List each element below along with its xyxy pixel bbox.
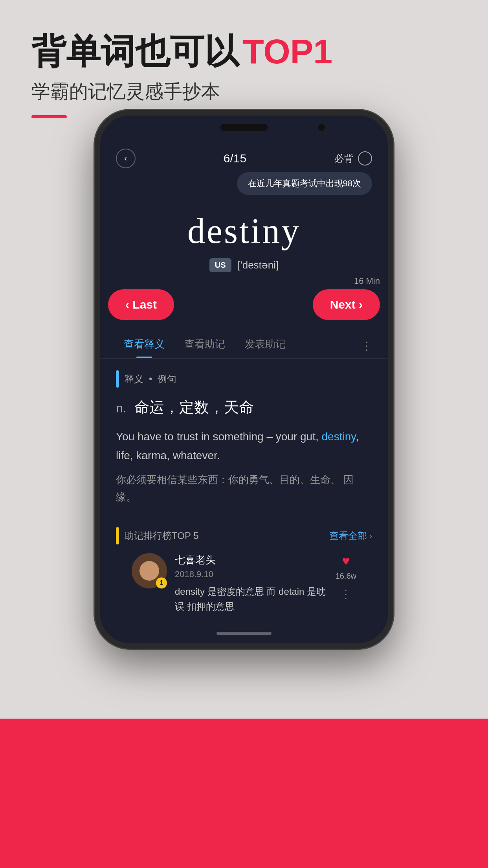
mnemonic-bar bbox=[116, 527, 119, 544]
page-counter: 6/15 bbox=[224, 152, 246, 165]
word-section: destiny US ['destəni] bbox=[100, 199, 388, 276]
highlight-word: destiny bbox=[322, 430, 356, 443]
power-button bbox=[390, 194, 393, 226]
definition-bar bbox=[116, 370, 119, 388]
mute-button bbox=[95, 178, 98, 200]
tab-bar: 查看释义 查看助记 发表助记 ⋮ bbox=[100, 328, 388, 359]
phone-home-bar bbox=[100, 623, 388, 643]
volume-down-button bbox=[95, 257, 98, 296]
speaker bbox=[220, 124, 268, 131]
user-card: 1 七喜老头 2018.9.10 density 是密度的意思 而 detain… bbox=[116, 553, 372, 614]
example-chinese: 你必须要相信某些东西：你的勇气、目的、生命、 因缘。 bbox=[116, 471, 372, 506]
chevron-right-icon: › bbox=[369, 531, 372, 540]
nav-row: ‹ 6/15 必背 bbox=[100, 139, 388, 172]
last-button[interactable]: ‹ Last bbox=[108, 289, 174, 320]
user-info: 七喜老头 2018.9.10 density 是密度的意思 而 detain 是… bbox=[175, 553, 328, 614]
definition-text: n. 命运，定数，天命 bbox=[116, 396, 372, 419]
volume-up-button bbox=[95, 210, 98, 249]
title-part1: 背单词也可以 bbox=[31, 31, 239, 71]
title-highlight: TOP1 bbox=[243, 31, 332, 71]
must-learn-toggle[interactable]: 必背 bbox=[334, 151, 372, 166]
username: 七喜老头 bbox=[175, 553, 328, 567]
navigation-buttons: 16 Min ‹ Last Next › bbox=[100, 276, 388, 328]
pronunciation-text: ['destəni] bbox=[238, 259, 279, 271]
rank-badge: 1 bbox=[156, 577, 167, 588]
mnemonic-left: 助记排行榜TOP 5 bbox=[116, 527, 198, 544]
definition-section: 释义 • 例句 n. 命运，定数，天命 You have to trust in… bbox=[100, 359, 388, 518]
mnemonic-title: 助记排行榜TOP 5 bbox=[125, 530, 198, 542]
definition-title: 释义 bbox=[125, 373, 143, 385]
post-date: 2018.9.10 bbox=[175, 569, 328, 579]
tab-more-button[interactable]: ⋮ bbox=[361, 339, 372, 352]
part-of-speech: n. bbox=[116, 401, 127, 415]
like-button[interactable]: ♥ bbox=[342, 553, 350, 568]
user-actions: ♥ 16.6w ⋮ bbox=[336, 553, 356, 601]
post-content: density 是密度的意思 而 detain 是耽误 扣押的意思 bbox=[175, 584, 328, 614]
phone-screen: ‹ 6/15 必背 在近几年真题考试中出现98次 destiny US ['de… bbox=[100, 139, 388, 643]
avatar-wrapper: 1 bbox=[132, 553, 167, 588]
next-button[interactable]: Next › bbox=[313, 289, 380, 320]
subtitle: 学霸的记忆灵感手抄本 bbox=[31, 79, 332, 104]
tooltip-bubble: 在近几年真题考试中出现98次 bbox=[237, 172, 372, 195]
home-indicator bbox=[216, 632, 272, 635]
likes-count: 16.6w bbox=[336, 572, 356, 581]
must-learn-circle bbox=[358, 151, 372, 166]
definition-dot: • bbox=[149, 373, 152, 384]
view-all-button[interactable]: 查看全部 › bbox=[329, 530, 372, 542]
definition-meanings: 命运，定数，天命 bbox=[134, 399, 254, 416]
tab-mnemonic[interactable]: 查看助记 bbox=[176, 333, 233, 358]
example-english: You have to trust in something – your gu… bbox=[116, 427, 372, 465]
phone-notch bbox=[100, 116, 388, 139]
mnemonic-header: 助记排行榜TOP 5 查看全部 › bbox=[116, 527, 372, 544]
main-title: 背单词也可以 TOP1 bbox=[31, 31, 332, 71]
pronunciation-badge: US bbox=[209, 258, 231, 272]
definition-header: 释义 • 例句 bbox=[116, 370, 372, 388]
phone-frame: ‹ 6/15 必背 在近几年真题考试中出现98次 destiny US ['de… bbox=[95, 110, 393, 649]
tab-post-mnemonic[interactable]: 发表助记 bbox=[237, 333, 294, 358]
time-label: 16 Min bbox=[354, 276, 380, 286]
phone-wrapper: ‹ 6/15 必背 在近几年真题考试中出现98次 destiny US ['de… bbox=[95, 110, 393, 649]
more-options-icon[interactable]: ⋮ bbox=[340, 588, 351, 601]
mnemonic-section: 助记排行榜TOP 5 查看全部 › 1 七喜老头 2018.9.1 bbox=[100, 518, 388, 624]
bottom-pink-bg bbox=[0, 719, 488, 868]
top-area: 背单词也可以 TOP1 学霸的记忆灵感手抄本 bbox=[31, 31, 332, 118]
word-text: destiny bbox=[116, 211, 372, 251]
back-button[interactable]: ‹ bbox=[116, 149, 136, 168]
tooltip-row: 在近几年真题考试中出现98次 bbox=[100, 172, 388, 195]
pronunciation-row: US ['destəni] bbox=[116, 258, 372, 272]
tab-definition[interactable]: 查看释义 bbox=[116, 333, 172, 358]
front-camera bbox=[318, 124, 325, 131]
title-underline bbox=[31, 115, 67, 118]
definition-subtitle: 例句 bbox=[158, 373, 176, 385]
